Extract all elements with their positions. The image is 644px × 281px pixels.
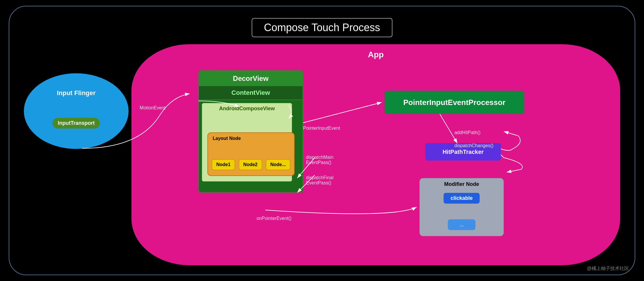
app-label: App bbox=[368, 50, 384, 59]
motion-event-label: MotionEvent bbox=[140, 105, 166, 111]
outer-container: Compose Touch Process App DecorView Cont… bbox=[9, 6, 635, 275]
decor-content-box: DecorView ContentView AndroidComposeView… bbox=[198, 70, 303, 193]
node-ellipsis-button: Node... bbox=[266, 159, 290, 170]
android-compose-view-area: AndroidComposeView Layout Node Node1 Nod… bbox=[202, 103, 292, 182]
layout-node-label: Layout Node bbox=[213, 136, 241, 141]
clickable-indicator: clickable bbox=[444, 193, 480, 204]
input-flinger-label: Input Flinger bbox=[57, 89, 95, 97]
app-ellipse: App DecorView ContentView AndroidCompose… bbox=[131, 44, 620, 265]
node1-button: Node1 bbox=[211, 159, 235, 170]
pointer-input-event-label: PointerInputEvent bbox=[303, 126, 340, 131]
decor-view-bar: DecorView bbox=[199, 71, 303, 86]
layout-node-box: Layout Node Node1 Node2 Node... bbox=[207, 132, 295, 176]
modifier-node-label: Modifier Node bbox=[444, 181, 479, 187]
node-buttons: Node1 Node2 Node... bbox=[211, 159, 290, 170]
on-pointer-event-label: onPointerEvent() bbox=[257, 216, 291, 221]
add-hit-path-label: addHitPath() bbox=[454, 130, 481, 135]
input-transport: InputTransport bbox=[53, 118, 100, 129]
modifier-node-box: Modifier Node clickable ... bbox=[419, 178, 504, 236]
input-flinger-ellipse: Input Flinger InputTransport bbox=[24, 73, 129, 149]
dots-indicator: ... bbox=[448, 219, 475, 230]
dispatch-main-label: dispatchMain EventPass() bbox=[306, 155, 333, 165]
title-box: Compose Touch Process bbox=[252, 18, 392, 37]
dispatch-changes-label: dispatchChanges() bbox=[454, 143, 493, 148]
android-compose-label: AndroidComposeView bbox=[219, 106, 275, 112]
content-view-bar: ContentView bbox=[199, 86, 303, 100]
pointer-input-processor: PointerInputEventProcessor bbox=[385, 91, 524, 114]
watermark: @橘上柚子技术社区 bbox=[587, 266, 629, 272]
node2-button: Node2 bbox=[239, 159, 262, 170]
diagram-title: Compose Touch Process bbox=[264, 22, 380, 33]
dispatch-final-label: dispatchFinal EventPass() bbox=[306, 175, 333, 186]
